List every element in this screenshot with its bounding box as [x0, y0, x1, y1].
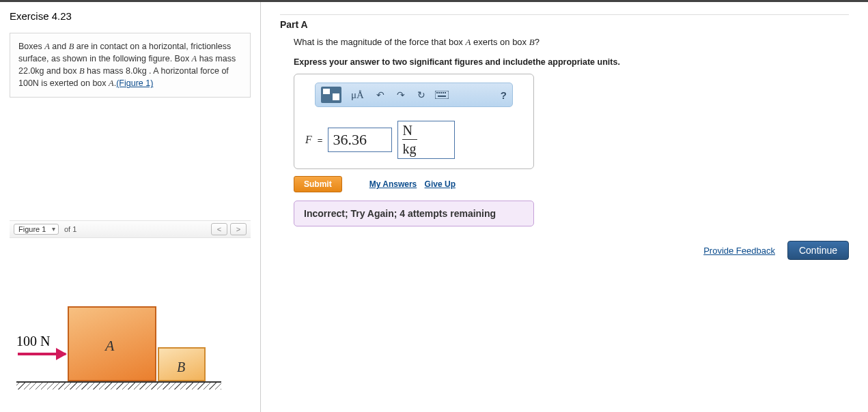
- figure-count-label: of 1: [64, 225, 76, 233]
- var-b: B: [79, 66, 85, 76]
- unit-numerator: N: [402, 122, 417, 140]
- svg-rect-0: [435, 91, 449, 99]
- problem-text: Boxes: [18, 42, 44, 51]
- svg-rect-4: [443, 92, 444, 93]
- svg-rect-5: [445, 92, 446, 93]
- keyboard-icon[interactable]: [435, 88, 449, 102]
- bottom-row: Provide Feedback Continue: [703, 241, 849, 260]
- value-input[interactable]: [328, 128, 392, 152]
- reset-icon[interactable]: ↻: [415, 88, 428, 102]
- question-segment: What is the magnitude of the force that …: [294, 37, 465, 47]
- var-a: A: [109, 78, 114, 88]
- equals-label: =: [318, 135, 323, 145]
- link-group: My Answers Give Up: [369, 179, 461, 189]
- figure-prev-button[interactable]: <: [211, 223, 227, 235]
- give-up-link[interactable]: Give Up: [425, 179, 456, 189]
- template-button[interactable]: [321, 87, 341, 103]
- question-segment: ?: [535, 37, 540, 47]
- answer-area: μÅ ↶ ↷ ↻ ? F = N kg: [294, 74, 534, 169]
- my-answers-link[interactable]: My Answers: [369, 179, 417, 189]
- exercise-title: Exercise 4.23: [10, 10, 251, 22]
- question-text: What is the magnitude of the force that …: [294, 37, 849, 48]
- special-chars-button[interactable]: μÅ: [348, 89, 367, 101]
- figure-box-b-label: B: [177, 359, 185, 375]
- continue-button[interactable]: Continue: [787, 241, 849, 260]
- figure-canvas: 100 N A B: [10, 272, 251, 409]
- ground-hatch: [16, 383, 221, 389]
- var-b: B: [529, 37, 535, 47]
- figure-box-a-label: A: [105, 337, 114, 355]
- var-a: A: [44, 42, 50, 51]
- figure-toolbar: Figure 1 of 1 < >: [10, 220, 251, 238]
- svg-rect-3: [440, 92, 442, 93]
- problem-text: and: [50, 42, 69, 51]
- force-arrow-icon: [18, 353, 66, 355]
- action-row: Submit My Answers Give Up: [294, 176, 849, 192]
- figure-next-button[interactable]: >: [230, 223, 247, 235]
- answer-input-row: F = N kg: [305, 121, 525, 159]
- undo-icon[interactable]: ↶: [374, 88, 387, 102]
- figure-link[interactable]: (Figure 1): [116, 78, 153, 88]
- svg-rect-1: [436, 92, 438, 93]
- problem-statement: Boxes A and B are in contact on a horizo…: [10, 33, 251, 98]
- force-label: 100 N: [16, 334, 50, 349]
- submit-button[interactable]: Submit: [294, 176, 342, 192]
- answer-instruction: Express your answer to two significant f…: [294, 57, 849, 67]
- part-a-header: Part A: [280, 14, 849, 30]
- help-button[interactable]: ?: [501, 89, 507, 101]
- svg-rect-6: [438, 95, 446, 97]
- figure-select[interactable]: Figure 1: [14, 224, 59, 235]
- redo-icon[interactable]: ↷: [394, 88, 408, 102]
- feedback-message: Incorrect; Try Again; 4 attempts remaini…: [294, 201, 534, 226]
- provide-feedback-link[interactable]: Provide Feedback: [703, 246, 775, 256]
- equation-toolbar: μÅ ↶ ↷ ↻ ?: [315, 83, 513, 107]
- unit-denominator: kg: [402, 140, 454, 158]
- unit-input[interactable]: N kg: [397, 121, 455, 159]
- question-segment: exerts on box: [471, 37, 529, 47]
- variable-label: F: [305, 134, 312, 146]
- svg-rect-2: [438, 92, 440, 93]
